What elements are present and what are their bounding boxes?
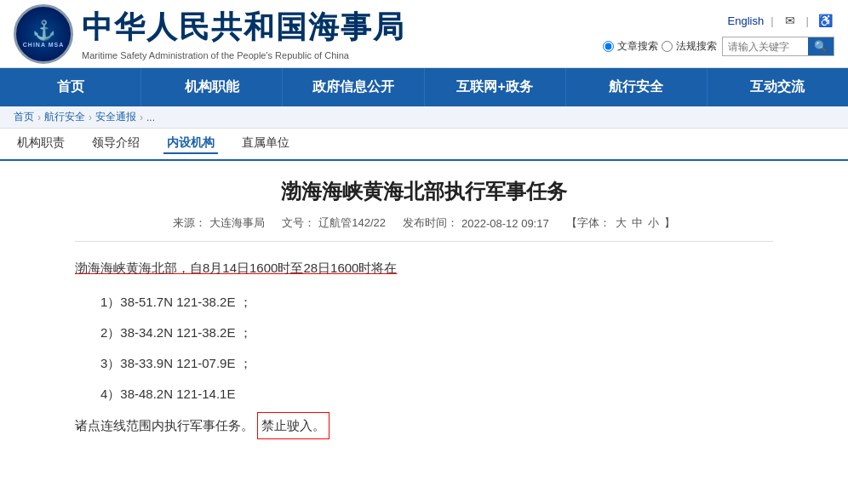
english-link[interactable]: English	[728, 14, 765, 27]
law-search-radio[interactable]	[662, 41, 673, 52]
source-value: 大连海事局	[209, 215, 265, 231]
date-label: 发布时间：	[403, 215, 458, 231]
font-close: 】	[664, 215, 675, 231]
article-intro: 渤海海峡黄海北部，自8月14日1600时至28日1600时将在	[75, 255, 773, 281]
intro-underline: 渤海海峡黄海北部，自8月14日1600时至28日1600时将在	[75, 261, 397, 275]
meta-source: 来源： 大连海事局	[173, 215, 265, 231]
nav-navigation-safety[interactable]: 航行安全	[566, 68, 708, 106]
font-size-control: 【字体： 大 中 小 】	[566, 215, 675, 231]
article-search-label[interactable]: 文章搜索	[617, 39, 658, 54]
search-input[interactable]	[723, 38, 808, 55]
doc-value: 辽航管142/22	[318, 215, 386, 231]
sub-nav-duties[interactable]: 机构职责	[14, 134, 68, 154]
sub-navigation: 机构职责 领导介绍 内设机构 直属单位	[0, 129, 848, 161]
content-area: 渤海海峡黄海北部执行军事任务 来源： 大连海事局 文号： 辽航管142/22 发…	[41, 161, 807, 465]
nav-home[interactable]: 首页	[0, 68, 141, 106]
search-area: 文章搜索 法规搜索 🔍	[603, 37, 834, 56]
search-box: 🔍	[722, 37, 834, 56]
anchor-icon: ⚓	[32, 20, 55, 42]
article-meta: 来源： 大连海事局 文号： 辽航管142/22 发布时间： 2022-08-12…	[75, 215, 773, 242]
font-small-btn[interactable]: 小	[648, 215, 659, 231]
sub-nav-affiliates[interactable]: 直属单位	[238, 134, 293, 154]
conclusion-prefix: 诸点连线范围内执行军事任务。	[75, 418, 254, 432]
font-label: 【字体：	[566, 215, 610, 231]
article-body: 渤海海峡黄海北部，自8月14日1600时至28日1600时将在 1）38-51.…	[75, 255, 773, 439]
site-header: ⚓ CHINA MSA 中华人民共和国海事局 Maritime Safety A…	[0, 0, 848, 68]
link-separator: |	[771, 14, 773, 27]
coord-list: 1）38-51.7N 121-38.2E ； 2）38-34.2N 121-38…	[100, 289, 773, 407]
nav-gov-info[interactable]: 政府信息公开	[283, 68, 424, 106]
site-title-en: Maritime Safety Administration of the Pe…	[82, 50, 405, 60]
accessibility-icon[interactable]: ♿	[816, 11, 834, 30]
article-conclusion: 诸点连线范围内执行军事任务。 禁止驶入。	[75, 412, 773, 439]
sub-nav-leaders[interactable]: 领导介绍	[89, 134, 143, 154]
law-search-label[interactable]: 法规搜索	[676, 39, 717, 54]
font-medium-btn[interactable]: 中	[632, 215, 643, 231]
sub-nav-internal[interactable]: 内设机构	[163, 134, 218, 154]
doc-label: 文号：	[282, 215, 315, 231]
conclusion-highlight: 禁止驶入。	[257, 412, 329, 439]
breadcrumb-home[interactable]: 首页	[14, 110, 34, 124]
date-value: 2022-08-12 09:17	[461, 217, 549, 230]
logo-emblem: ⚓ CHINA MSA	[14, 4, 73, 64]
article-search-radio[interactable]	[603, 41, 614, 52]
breadcrumb-sep2: ›	[89, 112, 92, 123]
breadcrumb-sep3: ›	[140, 112, 143, 123]
breadcrumb-notice[interactable]: 安全通报	[95, 110, 136, 124]
coord-item-4: 4）38-48.2N 121-14.1E	[100, 381, 773, 407]
site-title-cn: 中华人民共和国海事局	[82, 7, 405, 49]
header-top-links: English | ✉ | ♿	[728, 11, 834, 30]
coord-item-1: 1）38-51.7N 121-38.2E ；	[100, 289, 773, 315]
font-large-btn[interactable]: 大	[616, 215, 627, 231]
main-navigation: 首页 机构职能 政府信息公开 互联网+政务 航行安全 互动交流	[0, 68, 848, 106]
logo-area: ⚓ CHINA MSA 中华人民共和国海事局 Maritime Safety A…	[14, 4, 405, 64]
coord-item-3: 3）38-33.9N 121-07.9E ；	[100, 351, 773, 376]
article-title: 渤海海峡黄海北部执行军事任务	[75, 178, 773, 205]
breadcrumb: 首页 › 航行安全 › 安全通报 › ...	[0, 106, 848, 129]
search-button[interactable]: 🔍	[808, 37, 834, 55]
header-right-area: English | ✉ | ♿ 文章搜索 法规搜索 🔍	[603, 11, 834, 56]
nav-internet-plus[interactable]: 互联网+政务	[425, 68, 566, 106]
breadcrumb-current: ...	[146, 112, 155, 123]
meta-doc: 文号： 辽航管142/22	[282, 215, 386, 231]
search-radio-group: 文章搜索 法规搜索	[603, 39, 717, 54]
logo-text: CHINA MSA	[23, 42, 64, 48]
source-label: 来源：	[173, 215, 206, 231]
breadcrumb-safety[interactable]: 航行安全	[44, 110, 85, 124]
breadcrumb-sep1: ›	[37, 112, 41, 123]
email-icon[interactable]: ✉	[781, 11, 799, 30]
meta-date: 发布时间： 2022-08-12 09:17	[403, 215, 549, 231]
link-separator2: |	[806, 14, 809, 27]
nav-functions[interactable]: 机构职能	[141, 68, 283, 106]
nav-interaction[interactable]: 互动交流	[708, 68, 848, 106]
coord-item-2: 2）38-34.2N 121-38.2E ；	[100, 320, 773, 346]
site-title-block: 中华人民共和国海事局 Maritime Safety Administratio…	[82, 7, 405, 60]
